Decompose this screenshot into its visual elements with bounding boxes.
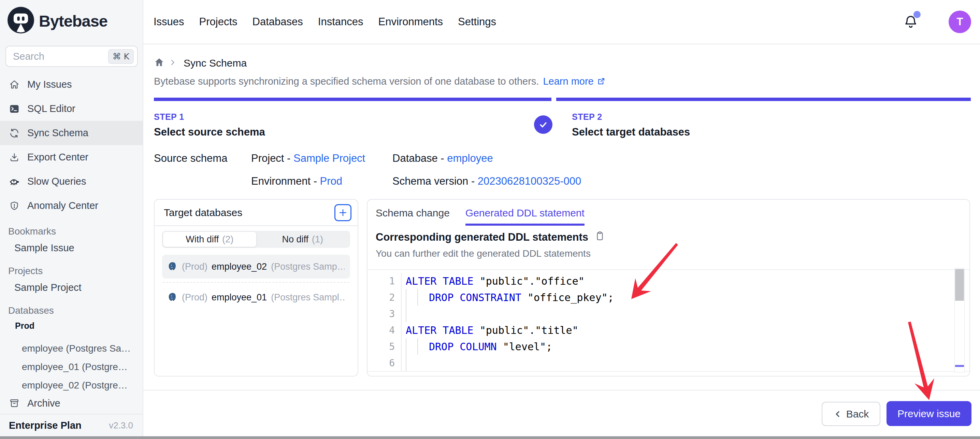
tab-no-diff[interactable]: No diff (1): [256, 232, 349, 247]
sidebar-item-db-employee-01[interactable]: employee_01 (Postgre…: [0, 358, 143, 376]
database-label: Database -: [392, 152, 447, 164]
step1: STEP 1 Select source schema: [154, 112, 265, 138]
avatar[interactable]: T: [948, 11, 971, 33]
step2-progress-bar: [556, 97, 971, 101]
notification-bell-icon[interactable]: [903, 14, 919, 30]
nav-item-projects[interactable]: Projects: [199, 16, 237, 28]
sidebar-item-sync-schema[interactable]: Sync Schema: [0, 121, 143, 145]
archive-icon: [9, 398, 20, 409]
shield-alert-icon: [9, 200, 20, 211]
step1-progress-bar: [154, 97, 551, 101]
sync-icon: [9, 128, 20, 139]
plan-row[interactable]: Enterprise Plan v2.3.0: [0, 414, 143, 436]
notification-dot: [913, 11, 921, 18]
sidebar-item-label: Sync Schema: [27, 127, 88, 139]
target-panel-header: Target databases: [154, 200, 358, 226]
nav-item-environments[interactable]: Environments: [379, 16, 443, 28]
target-db-row-employee-02[interactable]: (Prod) employee_02 (Postgres Samp…: [162, 255, 350, 279]
ddl-heading-row: Corresponding generated DDL statements: [376, 230, 605, 244]
bytebase-app-window: Bytebase ⌘ K My Issues SQL Editor: [0, 0, 980, 439]
no-diff-count: (1): [312, 234, 323, 245]
plus-icon: [338, 208, 348, 218]
database-link[interactable]: employee: [447, 152, 493, 164]
home-icon: [9, 79, 20, 90]
step1-label: STEP 1: [154, 112, 265, 122]
sidebar-item-my-issues[interactable]: My Issues: [0, 72, 143, 97]
ddl-tabs: Schema change Generated DDL statement: [376, 207, 584, 226]
search-input[interactable]: [13, 51, 108, 62]
step2-title: Select target databases: [572, 126, 690, 138]
ddl-subheading: You can further edit the generated DDL s…: [376, 248, 591, 259]
sidebar-item-sql-editor[interactable]: SQL Editor: [0, 97, 143, 121]
target-db-row-employee-01[interactable]: (Prod) employee_01 (Postgres Sampl…: [162, 286, 350, 309]
sidebar-item-sample-issue[interactable]: Sample Issue: [0, 238, 143, 257]
sidebar-item-slow-queries[interactable]: Slow Queries: [0, 169, 143, 193]
sidebar-item-anomaly-center[interactable]: Anomaly Center: [0, 193, 143, 218]
tab-with-diff[interactable]: With diff (2): [163, 232, 256, 247]
sidebar: Bytebase ⌘ K My Issues SQL Editor: [0, 0, 143, 439]
section-header-bookmarks: Bookmarks: [0, 225, 143, 238]
sidebar-item-db-employee[interactable]: employee (Postgres Sa…: [0, 339, 143, 358]
code-line: 2 DROP CONSTRAINT "office_pkey";: [368, 289, 969, 305]
description-text: Bytebase supports synchronizing a specif…: [154, 76, 539, 87]
section-header-projects: Projects: [0, 264, 143, 278]
external-link-icon: [597, 77, 606, 86]
step2: STEP 2 Select target databases: [572, 112, 690, 138]
editor-scrollbar-thumb[interactable]: [955, 269, 964, 301]
schema-version-link[interactable]: 20230628100325-000: [478, 175, 581, 187]
editor-scroll-marker: [955, 365, 964, 367]
learn-more-link[interactable]: Learn more: [543, 76, 605, 87]
nav-item-databases[interactable]: Databases: [253, 16, 303, 28]
ddl-heading: Corresponding generated DDL statements: [376, 231, 588, 243]
environment-label: Environment -: [251, 175, 320, 187]
editor-scrollbar[interactable]: [955, 268, 965, 372]
code-line: 4 ALTER TABLE "public"."title": [368, 322, 969, 338]
sidebar-item-label: My Issues: [27, 79, 72, 90]
schema-version-label: Schema version -: [392, 175, 478, 187]
breadcrumb-home-icon[interactable]: [154, 57, 164, 69]
footer-divider: [143, 390, 980, 391]
brand-name: Bytebase: [39, 11, 108, 30]
code-line: 6: [368, 355, 969, 371]
nav-item-instances[interactable]: Instances: [318, 16, 363, 28]
terminal-icon: [9, 104, 20, 114]
section-header-databases: Databases: [0, 304, 143, 318]
sidebar-item-archive[interactable]: Archive: [0, 393, 143, 414]
sidebar-item-db-employee-02[interactable]: employee_02 (Postgre…: [0, 376, 143, 394]
search-shortcut-badge: ⌘ K: [108, 49, 134, 64]
archive-label: Archive: [27, 398, 60, 409]
sidebar-item-export-center[interactable]: Export Center: [0, 145, 143, 169]
sidebar-bottom: Archive Enterprise Plan v2.3.0: [0, 393, 143, 436]
ddl-code-editor[interactable]: 1 ALTER TABLE "public"."office" 2 DROP C…: [368, 269, 969, 372]
download-icon: [9, 152, 20, 163]
code-line: 5 DROP COLUMN "level";: [368, 338, 969, 355]
bytebase-logo[interactable]: Bytebase: [8, 7, 108, 35]
source-schema-col-b: Database - employee Schema version - 202…: [392, 152, 581, 198]
row-divider: [163, 282, 349, 283]
preview-issue-button[interactable]: Preview issue: [886, 401, 972, 426]
environment-link[interactable]: Prod: [320, 175, 342, 187]
turtle-icon: [9, 176, 20, 187]
tab-schema-change[interactable]: Schema change: [376, 207, 450, 226]
sidebar-item-label: Anomaly Center: [27, 200, 98, 211]
sidebar-env-prod: Prod: [0, 318, 143, 334]
with-diff-count: (2): [222, 234, 234, 245]
tab-generated-ddl[interactable]: Generated DDL statement: [465, 207, 584, 226]
project-link[interactable]: Sample Project: [293, 152, 365, 164]
copy-clipboard-icon[interactable]: [594, 230, 605, 244]
nav-item-issues[interactable]: Issues: [154, 16, 184, 28]
window-bottom-edge: [0, 436, 980, 439]
add-target-database-button[interactable]: [334, 204, 352, 221]
sidebar-item-sample-project[interactable]: Sample Project: [0, 278, 143, 297]
plan-version: v2.3.0: [109, 420, 133, 431]
postgres-icon: [167, 262, 178, 272]
breadcrumb-current: Sync Schema: [184, 57, 247, 69]
postgres-icon: [167, 292, 178, 302]
chevron-left-icon: [833, 410, 842, 418]
sidebar-item-label: Slow Queries: [27, 176, 86, 187]
search-box[interactable]: ⌘ K: [5, 46, 138, 67]
top-nav: Issues Projects Databases Instances Envi…: [143, 0, 980, 45]
nav-item-settings[interactable]: Settings: [458, 16, 496, 28]
ddl-panel: Schema change Generated DDL statement Co…: [367, 199, 970, 377]
back-button[interactable]: Back: [822, 402, 880, 426]
